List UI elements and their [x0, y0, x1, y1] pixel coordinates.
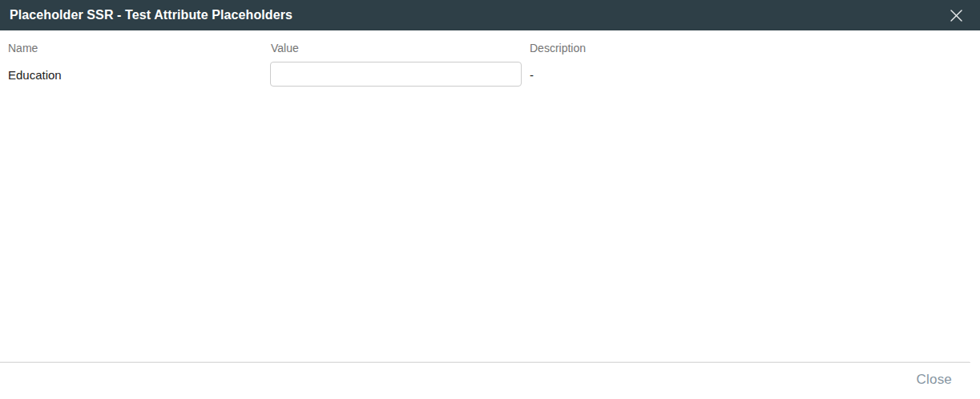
- value-input[interactable]: [270, 62, 522, 87]
- dialog-header: Placeholder SSR - Test Attribute Placeho…: [0, 0, 980, 30]
- dialog-footer: Close: [0, 363, 980, 399]
- modal-dialog: Placeholder SSR - Test Attribute Placeho…: [0, 0, 980, 399]
- attribute-name-label: Education: [8, 68, 62, 82]
- column-header-description: Description: [530, 42, 586, 54]
- column-header-name: Name: [8, 42, 38, 54]
- attribute-description: -: [530, 68, 534, 82]
- column-header-value: Value: [271, 42, 299, 54]
- dialog-title: Placeholder SSR - Test Attribute Placeho…: [10, 8, 292, 22]
- footer-close-button[interactable]: Close: [917, 372, 952, 388]
- close-button[interactable]: [948, 7, 965, 24]
- close-icon: [950, 9, 963, 22]
